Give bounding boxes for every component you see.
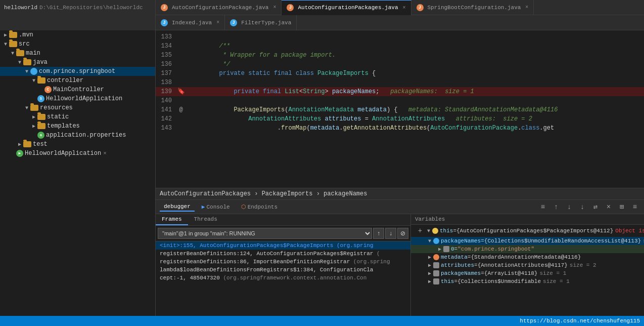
frame-item-1[interactable]: registerBeanDefinitions:124, AutoConfigu… bbox=[156, 250, 410, 258]
variables-list: + ▼ this = {AutoConfigurationPackages$Pa… bbox=[411, 225, 644, 316]
sidebar-label-src: src bbox=[19, 40, 30, 48]
sidebar-item-resources[interactable]: ▼ resources bbox=[0, 103, 155, 112]
line-content-135: * Wrapper for a package import. bbox=[186, 51, 644, 60]
thread-btn-up[interactable]: ↑ bbox=[373, 228, 384, 239]
code-line-134: 134 /** bbox=[156, 42, 644, 51]
frame-item-3[interactable]: lambda$loadBeanDefinitionsFromRegistrars… bbox=[156, 266, 410, 274]
sidebar-item-java[interactable]: ▼ java bbox=[0, 58, 155, 67]
collapse-arrow-src: ▼ bbox=[2, 42, 9, 47]
debug-btn-down2[interactable]: ↓ bbox=[577, 202, 587, 212]
var-item-metadata[interactable]: ▶ metadata = {StandardAnnotationMetadata… bbox=[411, 253, 644, 261]
collapse-arrow-static: ▶ bbox=[30, 114, 37, 120]
sidebar-item-templates[interactable]: ▶ templates bbox=[0, 121, 155, 131]
sidebar-item-src[interactable]: ▼ src bbox=[0, 39, 155, 49]
tab-close-2[interactable]: × bbox=[403, 5, 406, 11]
frame-item-0[interactable]: <init>:155, AutoConfigurationPackages$Pa… bbox=[156, 241, 410, 250]
tab-close-3[interactable]: × bbox=[525, 5, 528, 10]
class-icon-maincontroller: C bbox=[44, 86, 52, 93]
thread-select: "main"@1 in group "main": RUNNING ↑ ↓ ⊘ bbox=[156, 226, 410, 241]
sidebar-item-controller[interactable]: ▼ controller bbox=[0, 76, 155, 85]
var-item-packagenames2[interactable]: ▶ packageNames = {ArrayList@4118} size =… bbox=[411, 269, 644, 277]
frames-tab-threads[interactable]: Threads bbox=[188, 214, 223, 225]
thread-dropdown[interactable]: "main"@1 in group "main": RUNNING bbox=[158, 228, 372, 239]
var-item-this2[interactable]: ▶ this = {Collections$Unmodifiable size … bbox=[411, 277, 644, 286]
var-eq-attributes: = bbox=[474, 262, 478, 268]
var-name-this2: this bbox=[441, 278, 454, 284]
debug-btn-stop[interactable]: × bbox=[604, 202, 614, 212]
debug-tab-debugger[interactable]: debugger bbox=[160, 202, 195, 212]
sidebar-item-appprops[interactable]: a application.properties bbox=[0, 131, 155, 140]
var-val-packagenames2: {ArrayList@4118} bbox=[484, 270, 538, 276]
var-name-this: this bbox=[440, 228, 453, 234]
debug-tab-endpoints[interactable]: ⬡ Endpoints bbox=[237, 202, 282, 211]
var-eq-this: = bbox=[453, 228, 456, 234]
tab-autoconfigurationpackage[interactable]: J AutoConfigurationPackage.java × bbox=[156, 0, 282, 15]
line-num-135: 135 bbox=[156, 51, 176, 60]
frame-text-3: lambda$loadBeanDefinitionsFromRegistrars… bbox=[160, 267, 373, 273]
expand-arrow-metadata[interactable]: ▶ bbox=[426, 254, 433, 260]
tab-filtertype[interactable]: J FilterType.java bbox=[225, 15, 297, 30]
code-view[interactable]: 133 134 /** 135 bbox=[156, 30, 644, 188]
frame-item-4[interactable]: cept:-1, 485047320 (org.springframework.… bbox=[156, 274, 410, 282]
tab-close-4[interactable]: × bbox=[216, 20, 219, 25]
thread-btn-filter[interactable]: ⊘ bbox=[397, 228, 408, 239]
debug-btn-lines[interactable]: ≡ bbox=[630, 202, 640, 212]
debug-btn-swap[interactable]: ⇄ bbox=[590, 202, 601, 212]
expand-arrow-0[interactable]: ▶ bbox=[436, 246, 443, 252]
expand-arrow-packagenames2[interactable]: ▶ bbox=[426, 270, 433, 276]
sidebar-item-package[interactable]: ▼ com.prince.springboot bbox=[0, 67, 155, 76]
debug-btn-grid[interactable]: ⊞ bbox=[617, 202, 627, 212]
tab-springbootconfiguration[interactable]: J SpringBootConfiguration.java × bbox=[411, 0, 534, 15]
frame-item-2[interactable]: registerBeanDefinitions:86, ImportBeanDe… bbox=[156, 258, 410, 266]
var-item-0[interactable]: ▶ 0 = "com.prince.springboot" bbox=[411, 245, 644, 253]
folder-icon-src bbox=[9, 41, 17, 47]
gutter-141: @ bbox=[176, 105, 186, 114]
var-name-packagenames2: packageNames bbox=[441, 270, 481, 276]
var-item-this[interactable]: + ▼ this = {AutoConfigurationPackages$Pa… bbox=[411, 225, 644, 237]
frames-tabs: Frames Threads bbox=[156, 214, 410, 226]
var-val-0: "com.prince.springboot" bbox=[457, 246, 534, 252]
tab-label-4: Indexed.java bbox=[172, 20, 212, 26]
sidebar-item-helloworld-run[interactable]: ▶ HelloworldApplication × bbox=[0, 149, 155, 158]
tab-autoconfigurationpackages[interactable]: J AutoConfigurationPackages.java × bbox=[282, 0, 411, 15]
frames-list: <init>:155, AutoConfigurationPackages$Pa… bbox=[156, 241, 410, 316]
java-icon-4: J bbox=[161, 19, 168, 26]
sidebar-item-maincontroller[interactable]: C MainController bbox=[0, 85, 155, 94]
sidebar-item-mvn[interactable]: ▶ .mvn bbox=[0, 30, 155, 39]
sidebar-item-helloworld[interactable]: S HelloworldApplication bbox=[0, 94, 155, 103]
expand-arrow-packagenames[interactable]: ▼ bbox=[426, 238, 433, 244]
folder-icon-controller bbox=[37, 77, 45, 84]
thread-btn-down[interactable]: ↓ bbox=[385, 228, 396, 239]
sidebar-label-controller: controller bbox=[47, 77, 83, 84]
tab-close-1[interactable]: × bbox=[273, 5, 276, 10]
var-icon-attributes bbox=[433, 262, 439, 268]
debug-btn-down[interactable]: ↓ bbox=[564, 202, 574, 212]
debug-btn-up[interactable]: ↑ bbox=[551, 202, 561, 212]
sidebar-item-main[interactable]: ▼ main bbox=[0, 49, 155, 58]
sidebar-item-test[interactable]: ▶ test bbox=[0, 140, 155, 149]
add-btn-this[interactable]: + bbox=[415, 226, 425, 236]
collapse-arrow-controller: ▼ bbox=[30, 78, 37, 84]
var-eq-this2: = bbox=[454, 278, 457, 284]
debug-btn-menu[interactable]: ≡ bbox=[538, 202, 548, 212]
frames-tab-frames[interactable]: Frames bbox=[156, 214, 188, 225]
run-icon: ▶ bbox=[16, 150, 23, 157]
expand-arrow-attributes[interactable]: ▶ bbox=[426, 262, 433, 268]
java-icon-1: J bbox=[161, 4, 168, 11]
sidebar-item-static[interactable]: ▶ static bbox=[0, 112, 155, 121]
code-line-133: 133 bbox=[156, 32, 644, 42]
bottom-panel: debugger ▶ Console ⬡ Endpoints ≡ ↑ ↓ ↓ ⇄… bbox=[156, 199, 644, 316]
collapse-arrow: ▶ bbox=[2, 32, 9, 38]
var-icon-packagenames2 bbox=[433, 270, 439, 276]
line-num-143: 143 bbox=[156, 124, 176, 133]
variables-header: Variables bbox=[411, 214, 644, 225]
tab-indexed[interactable]: J Indexed.java × bbox=[156, 15, 225, 30]
debug-tab-console[interactable]: ▶ Console bbox=[198, 202, 234, 211]
var-item-packagenames[interactable]: ▼ packageNames = {Collections$Unmodifiab… bbox=[411, 237, 644, 245]
expand-arrow-this2[interactable]: ▶ bbox=[426, 278, 433, 284]
var-item-attributes[interactable]: ▶ attributes = {AnnotationAttributes@411… bbox=[411, 261, 644, 269]
var-eq-0: = bbox=[454, 246, 458, 252]
breadcrumb: AutoConfigurationPackages › PackageImpor… bbox=[156, 188, 644, 199]
expand-arrow-this[interactable]: ▼ bbox=[425, 228, 432, 234]
status-right: https://blog.csdn.net/chenshufeng115 bbox=[520, 318, 640, 324]
